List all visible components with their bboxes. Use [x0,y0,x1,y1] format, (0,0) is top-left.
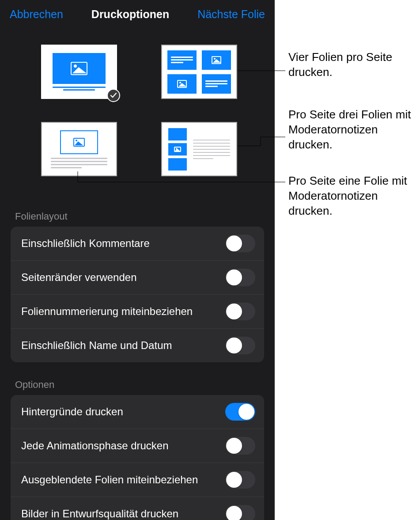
cancel-button[interactable]: Abbrechen [10,8,63,21]
image-icon [177,80,187,88]
toggle-slide-numbers: Foliennummerierung miteinbeziehen [11,295,264,329]
section-label-options: Optionen [0,362,275,395]
toggle-label: Seitenränder verwenden [21,271,144,284]
layout-option-single-slide[interactable] [41,45,117,99]
toggle-draft-quality: Bilder in Entwurfsqualität drucken [11,497,264,520]
toggle-label: Bilder in Entwurfsqualität drucken [21,507,185,520]
toggle-label: Einschließlich Kommentare [21,237,157,250]
switch-print-builds[interactable] [225,437,255,455]
toggle-label: Hintergründe drucken [21,405,130,418]
header: Abbrechen Druckoptionen Nächste Folie [0,0,275,31]
layout-option-three-with-notes[interactable] [161,122,237,176]
toggle-label: Einschließlich Name und Datum [21,339,179,352]
switch-print-backgrounds[interactable] [225,403,255,421]
options-toggle-list: Hintergründe drucken Jede Animationsphas… [11,395,264,520]
switch-draft-quality[interactable] [225,505,255,520]
next-slide-button[interactable]: Nächste Folie [197,8,265,21]
toggle-label: Ausgeblendete Folien miteinbeziehen [21,473,205,486]
section-label-layout: Folienlayout [0,194,275,227]
switch-include-hidden[interactable] [225,471,255,489]
callout-one-with-notes: Pro Seite eine Folie mit Moderatornotize… [288,174,420,218]
callout-four-per-page: Vier Folien pro Seite drucken. [288,50,420,80]
toggle-use-margins: Seitenränder verwenden [11,261,264,295]
image-icon [71,62,87,75]
switch-include-comments[interactable] [225,235,255,252]
toggle-label: Jede Animationsphase drucken [21,439,176,452]
switch-slide-numbers[interactable] [225,303,255,320]
toggle-include-comments: Einschließlich Kommentare [11,227,264,261]
checkmark-icon [107,89,120,102]
toggle-print-backgrounds: Hintergründe drucken [11,395,264,429]
layout-option-one-with-notes[interactable] [41,122,117,176]
toggle-label: Foliennummerierung miteinbeziehen [21,305,200,318]
image-icon [212,56,221,64]
print-options-panel: Abbrechen Druckoptionen Nächste Folie [0,0,275,520]
layout-grid [0,31,275,194]
switch-name-date[interactable] [225,337,255,354]
switch-use-margins[interactable] [225,269,255,286]
toggle-name-date: Einschließlich Name und Datum [11,329,264,362]
layout-option-four-per-page[interactable] [161,45,237,99]
image-icon [174,147,181,152]
callout-three-with-notes: Pro Seite drei Folien mit Moderatornotiz… [288,107,420,152]
image-icon [73,138,85,147]
toggle-print-builds: Jede Animationsphase drucken [11,429,264,463]
toggle-include-hidden: Ausgeblendete Folien miteinbeziehen [11,463,264,497]
panel-title: Druckoptionen [91,8,169,21]
layout-toggle-list: Einschließlich Kommentare Seitenränder v… [11,227,264,362]
